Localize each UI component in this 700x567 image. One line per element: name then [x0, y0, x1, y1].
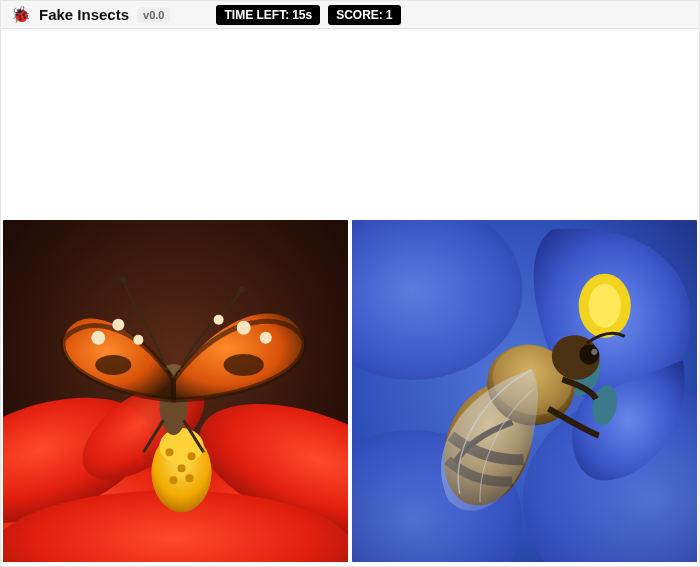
svg-point-11 — [178, 464, 186, 472]
bee-on-blue-flower-icon — [352, 220, 697, 562]
svg-point-24 — [133, 335, 143, 345]
header-bar: 🐞 Fake Insects v0.0 TIME LEFT: 15s SCORE… — [1, 1, 699, 29]
app-title: Fake Insects — [39, 6, 129, 23]
svg-point-27 — [214, 315, 224, 325]
choice-image-right[interactable] — [352, 220, 697, 562]
svg-point-28 — [95, 355, 131, 375]
svg-point-13 — [186, 474, 194, 482]
time-left-label: TIME LEFT: — [224, 8, 289, 22]
svg-point-12 — [169, 476, 177, 484]
svg-point-35 — [589, 284, 621, 328]
bug-icon: 🐞 — [11, 7, 31, 23]
svg-point-9 — [165, 448, 173, 456]
svg-point-26 — [260, 332, 272, 344]
score-pill: SCORE: 1 — [328, 5, 400, 25]
svg-point-8 — [159, 428, 203, 464]
svg-point-20 — [120, 277, 126, 283]
time-left-value: 15s — [292, 8, 312, 22]
choice-image-left[interactable] — [3, 220, 348, 562]
svg-point-25 — [237, 321, 251, 335]
score-value: 1 — [386, 8, 393, 22]
butterfly-on-red-flower-icon — [3, 220, 348, 562]
score-label: SCORE: — [336, 8, 383, 22]
svg-point-10 — [188, 452, 196, 460]
version-badge: v0.0 — [137, 7, 170, 23]
svg-point-29 — [224, 354, 264, 376]
content-area — [1, 29, 699, 566]
svg-point-21 — [239, 287, 245, 293]
svg-point-22 — [91, 331, 105, 345]
time-left-pill: TIME LEFT: 15s — [216, 5, 320, 25]
image-choice-row — [3, 220, 697, 562]
app-frame: 🐞 Fake Insects v0.0 TIME LEFT: 15s SCORE… — [0, 0, 700, 567]
svg-point-23 — [112, 319, 124, 331]
